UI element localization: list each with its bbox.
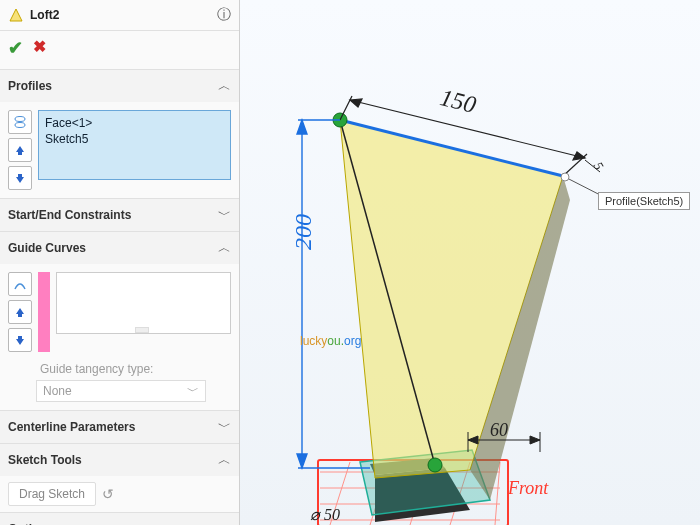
move-up-button[interactable] (8, 138, 32, 162)
guide-color-indicator (38, 272, 50, 352)
section-header-sketchtools[interactable]: Sketch Tools ︿ (0, 444, 239, 476)
plane-label: Front (508, 478, 548, 499)
section-label-guides: Guide Curves (8, 241, 218, 255)
section-sketchtools: Sketch Tools ︿ Drag Sketch ↺ (0, 444, 239, 513)
move-down-button[interactable] (8, 166, 32, 190)
chevron-up-icon: ︿ (218, 239, 231, 257)
section-profiles: Profiles ︿ Face<1> Sketch (0, 70, 239, 199)
feature-name: Loft2 (30, 8, 211, 22)
section-label-centerline: Centerline Parameters (8, 420, 218, 434)
chevron-down-icon: ﹀ (218, 520, 231, 525)
section-startend: Start/End Constraints ﹀ (0, 199, 239, 232)
chevron-up-icon: ︿ (218, 451, 231, 469)
watermark: luckyou.org (300, 310, 361, 354)
guide-move-up-button[interactable] (8, 300, 32, 324)
ok-button[interactable]: ✔ (8, 37, 23, 59)
confirm-row: ✔ ✖ (0, 31, 239, 70)
svg-marker-24 (350, 99, 362, 107)
svg-point-1 (15, 123, 25, 128)
svg-point-20 (428, 458, 442, 472)
section-header-profiles[interactable]: Profiles ︿ (0, 70, 239, 102)
tangency-type-value: None (43, 384, 72, 398)
section-header-centerline[interactable]: Centerline Parameters ﹀ (0, 411, 239, 443)
section-label-sketchtools: Sketch Tools (8, 453, 218, 467)
cancel-button[interactable]: ✖ (33, 37, 46, 59)
dimension-vertical: 200 (290, 214, 317, 250)
dimension-small: 60 (490, 420, 508, 441)
section-label-startend: Start/End Constraints (8, 208, 218, 222)
model-canvas (240, 0, 700, 525)
svg-point-0 (15, 117, 25, 122)
guide-move-down-button[interactable] (8, 328, 32, 352)
section-options: Options ﹀ (0, 513, 239, 525)
chevron-down-icon: ﹀ (218, 206, 231, 224)
tangency-type-label: Guide tangency type: (8, 352, 231, 380)
svg-marker-29 (297, 120, 307, 134)
chevron-down-icon: ﹀ (187, 383, 199, 400)
svg-marker-35 (530, 436, 540, 444)
section-header-options[interactable]: Options ﹀ (0, 513, 239, 525)
section-centerline: Centerline Parameters ﹀ (0, 411, 239, 444)
profile-item[interactable]: Face<1> (45, 115, 224, 131)
loft-feature-icon (8, 7, 24, 23)
profile-tooltip: Profile(Sketch5) (598, 192, 690, 210)
tangency-type-select: None ﹀ (36, 380, 206, 402)
chevron-down-icon: ﹀ (218, 418, 231, 436)
section-header-startend[interactable]: Start/End Constraints ﹀ (0, 199, 239, 231)
svg-marker-30 (297, 454, 307, 468)
profile-item[interactable]: Sketch5 (45, 131, 224, 147)
3d-viewport[interactable]: 200 150 60 ⌀ 50 5 Front Profile(Sketch5)… (240, 0, 700, 525)
drag-sketch-button[interactable]: Drag Sketch (8, 482, 96, 506)
svg-point-37 (561, 173, 569, 181)
help-icon[interactable]: ⓘ (217, 6, 231, 24)
svg-marker-25 (573, 152, 585, 160)
guide-selector-icon[interactable] (8, 272, 32, 296)
profiles-listbox[interactable]: Face<1> Sketch5 (38, 110, 231, 180)
section-label-profiles: Profiles (8, 79, 218, 93)
titlebar: Loft2 ⓘ (0, 0, 239, 31)
dimension-diameter: ⌀ 50 (310, 505, 340, 524)
undo-icon[interactable]: ↺ (102, 486, 114, 502)
profile-selector-icon[interactable] (8, 110, 32, 134)
section-header-guides[interactable]: Guide Curves ︿ (0, 232, 239, 264)
guides-listbox[interactable] (56, 272, 231, 334)
property-panel: Loft2 ⓘ ✔ ✖ Profiles ︿ (0, 0, 240, 525)
scroll-thumb[interactable] (135, 327, 149, 333)
chevron-up-icon: ︿ (218, 77, 231, 95)
section-guides: Guide Curves ︿ (0, 232, 239, 411)
